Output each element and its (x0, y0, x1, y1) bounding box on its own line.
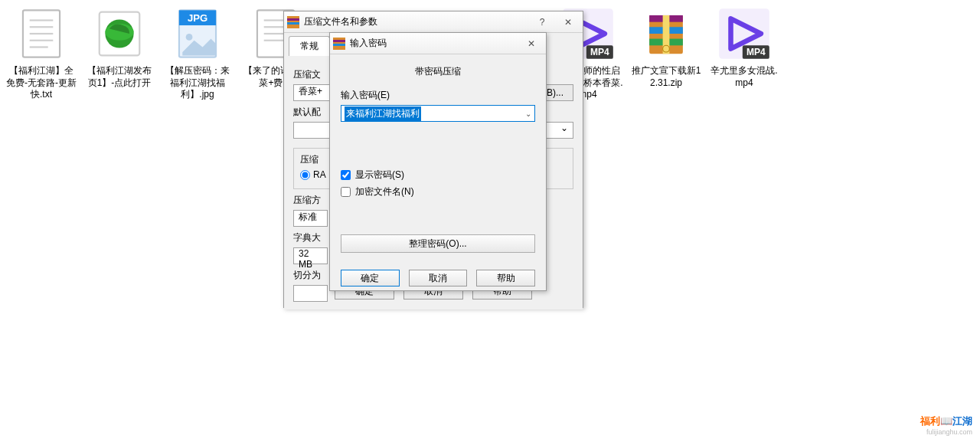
file-label: 推广文宣下载新12.31.zip (631, 65, 701, 89)
file-web[interactable]: 【福利江湖发布页1】-点此打开 (84, 3, 155, 101)
close-button[interactable]: ✕ (557, 15, 580, 30)
watermark: 福利📖江湖 fulijianghu.com (920, 414, 972, 436)
winrar-icon (333, 38, 345, 50)
file-label: 辛尤里多女混战.mp4 (709, 65, 779, 89)
svg-text:MP4: MP4 (590, 47, 609, 57)
password-value: 来福利江湖找福利 (345, 106, 421, 121)
mp4-icon: MP4 (714, 3, 775, 64)
radio-rar-label: RA (313, 169, 326, 180)
file-label: 【福利江湖】全免费-无套路-更新快.txt (6, 65, 77, 101)
help-button[interactable]: ? (531, 15, 554, 30)
dialog-title: 压缩文件名和参数 (304, 15, 377, 28)
file-zip[interactable]: 推广文宣下载新12.31.zip (631, 3, 701, 101)
file-jpg[interactable]: JPG 【解压密码：来福利江湖找福利】.jpg (162, 3, 233, 101)
txt-icon (11, 3, 72, 64)
dialog-title: 输入密码 (350, 37, 387, 50)
jpg-icon: JPG (167, 3, 228, 64)
svg-rect-35 (333, 44, 345, 46)
file-txt[interactable]: 【福利江湖】全免费-无套路-更新快.txt (6, 3, 77, 101)
close-button[interactable]: ✕ (520, 36, 543, 51)
titlebar[interactable]: 压缩文件名和参数 ? ✕ (284, 11, 583, 33)
label-enter-password: 输入密码(E) (341, 89, 535, 102)
file-mp4[interactable]: MP4 辛尤里多女混战.mp4 (709, 3, 779, 101)
svg-rect-34 (333, 40, 345, 42)
svg-text:MP4: MP4 (746, 47, 766, 57)
file-label: 【福利江湖发布页1】-点此打开 (84, 65, 155, 89)
password-dialog: 输入密码 ✕ 带密码压缩 输入密码(E) 来福利江湖找福利 ⌄ 显示密码(S) … (329, 32, 547, 291)
ok-button[interactable]: 确定 (341, 270, 400, 286)
svg-rect-31 (287, 18, 299, 21)
method-combo[interactable]: 标准 (293, 210, 328, 227)
label-encrypt-names: 加密文件名(N) (355, 185, 414, 198)
svg-point-12 (186, 34, 193, 41)
cancel-button[interactable]: 取消 (409, 270, 468, 286)
file-label: 【解压密码：来福利江湖找福利】.jpg (162, 65, 233, 101)
globe-icon (89, 3, 150, 64)
checkbox-show-password[interactable] (341, 170, 351, 180)
checkbox-encrypt-names[interactable] (341, 187, 351, 197)
dict-combo[interactable]: 32 MB (293, 247, 328, 264)
organize-passwords-button[interactable]: 整理密码(O)... (341, 234, 535, 253)
svg-text:JPG: JPG (188, 12, 207, 24)
winrar-icon (287, 16, 299, 28)
radio-rar[interactable] (300, 170, 310, 180)
help-button[interactable]: 帮助 (476, 270, 535, 286)
chevron-down-icon[interactable]: ⌄ (525, 110, 531, 118)
zip-icon (635, 3, 697, 64)
label-show-password: 显示密码(S) (355, 169, 404, 182)
svg-rect-32 (287, 22, 299, 25)
tab-general[interactable]: 常规 (289, 36, 330, 56)
password-heading: 带密码压缩 (341, 65, 535, 78)
password-input[interactable]: 来福利江湖找福利 ⌄ (341, 105, 535, 122)
svg-point-26 (663, 45, 670, 52)
titlebar[interactable]: 输入密码 ✕ (330, 33, 546, 54)
